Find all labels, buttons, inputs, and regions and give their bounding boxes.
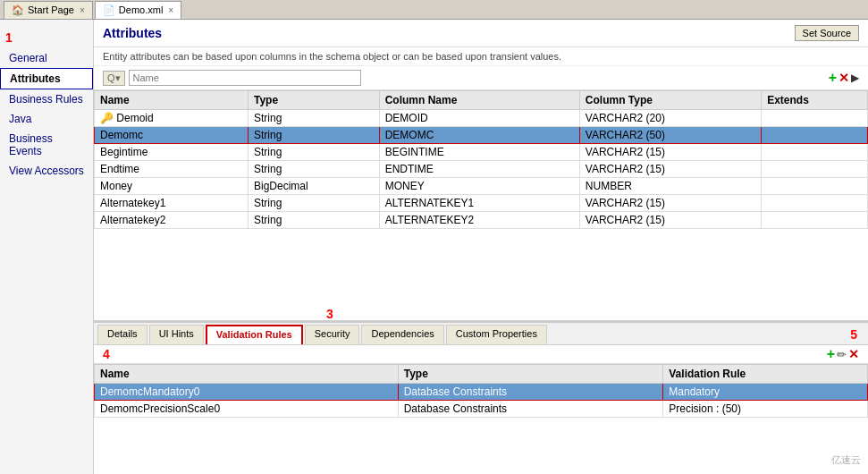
page-title: Attributes (103, 26, 162, 40)
table-toolbar-right: + ✕ ▶ (829, 71, 859, 85)
attributes-table: Name Type Column Name Column Type Extend… (94, 90, 868, 229)
bottom-toolbar: 4 + ✏ ✕ (94, 345, 868, 364)
tab-ui-hints[interactable]: UI Hints (149, 325, 204, 344)
delete-rule-button[interactable]: ✕ (848, 347, 859, 361)
sidebar-item-business-rules[interactable]: Business Rules (0, 89, 93, 109)
table-row[interactable]: Alternatekey1StringALTERNATEKEY1VARCHAR2… (95, 195, 868, 212)
add-rule-button[interactable]: + (827, 347, 835, 361)
search-toolbar: Q▾ + ✕ ▶ (94, 66, 868, 90)
tab-details[interactable]: Details (97, 325, 147, 344)
description: Entity attributes can be based upon colu… (94, 47, 868, 66)
delete-attribute-button[interactable]: ✕ (839, 71, 849, 85)
sidebar-item-view-accessors[interactable]: View Accessors (0, 161, 93, 181)
table-row[interactable]: MoneyBigDecimalMONEYNUMBER (95, 178, 868, 195)
col-column-name: Column Name (379, 91, 579, 110)
tab-start-label: Start Page (28, 4, 74, 15)
content-header: Attributes Set Source (94, 20, 868, 47)
key-icon: 🔑 (100, 112, 114, 124)
tab-demo-label: Demo.xml (119, 4, 164, 15)
validation-table-container: Name Type Validation Rule DemomcMandator… (94, 364, 868, 474)
col-type: Type (248, 91, 379, 110)
tab-validation-rules[interactable]: Validation Rules (206, 325, 303, 344)
table-row[interactable]: DemomcStringDEMOMCVARCHAR2 (50) (95, 127, 868, 144)
search-dropdown-button[interactable]: Q▾ (103, 71, 125, 86)
watermark: 亿速云 (831, 453, 861, 467)
sidebar-item-attributes[interactable]: Attributes (0, 68, 93, 89)
tab-custom-properties[interactable]: Custom Properties (446, 325, 547, 344)
annotation-5: 5 (843, 325, 864, 344)
more-options-button[interactable]: ▶ (851, 72, 859, 84)
tab-bar: 🏠 Start Page × 📄 Demo.xml × (0, 0, 868, 20)
sidebar-item-java[interactable]: Java (0, 109, 93, 129)
sidebar: 1 General Attributes Business Rules Java… (0, 20, 94, 474)
start-page-icon: 🏠 (12, 4, 24, 16)
table-row[interactable]: BegintimeStringBEGINTIMEVARCHAR2 (15) (95, 144, 868, 161)
col-name: Name (95, 91, 249, 110)
main-layout: 1 General Attributes Business Rules Java… (0, 20, 868, 474)
vcol-validation-rule: Validation Rule (663, 365, 868, 384)
annotation-4: 4 (103, 347, 110, 361)
sidebar-item-business-events[interactable]: Business Events (0, 129, 93, 161)
add-attribute-button[interactable]: + (829, 71, 837, 85)
attributes-table-container: Name Type Column Name Column Type Extend… (94, 90, 868, 322)
bottom-section: 3 Details UI Hints Validation Rules Secu… (94, 322, 868, 474)
vcol-name: Name (95, 365, 399, 384)
table-row[interactable]: 🔑 DemoidStringDEMOIDVARCHAR2 (20) (95, 110, 868, 127)
tab-start-close[interactable]: × (80, 5, 85, 15)
annotation-3: 3 (326, 307, 333, 321)
table-row[interactable]: Alternatekey2StringALTERNATEKEY2VARCHAR2… (95, 212, 868, 229)
search-input[interactable] (129, 70, 361, 86)
bottom-toolbar-right: + ✏ ✕ (827, 347, 859, 361)
validation-table: Name Type Validation Rule DemomcMandator… (94, 364, 868, 418)
sidebar-item-general[interactable]: General (0, 48, 93, 68)
col-extends: Extends (762, 91, 868, 110)
col-column-type: Column Type (579, 91, 761, 110)
table-row[interactable]: EndtimeStringENDTIMEVARCHAR2 (15) (95, 161, 868, 178)
set-source-button[interactable]: Set Source (795, 25, 859, 41)
tab-demo-close[interactable]: × (168, 5, 173, 15)
table-row[interactable]: DemomcPrecisionScale0Database Constraint… (95, 401, 868, 418)
annotation-1: 1 (5, 30, 13, 45)
tab-demo-xml[interactable]: 📄 Demo.xml × (95, 1, 181, 19)
tab-start-page[interactable]: 🏠 Start Page × (4, 1, 93, 19)
tab-security[interactable]: Security (305, 325, 360, 344)
bottom-tabs: Details UI Hints Validation Rules Securi… (94, 323, 868, 345)
table-row[interactable]: DemomcMandatory0Database ConstraintsMand… (95, 384, 868, 401)
tab-dependencies[interactable]: Dependencies (361, 325, 443, 344)
content-area: Attributes Set Source Entity attributes … (94, 20, 868, 474)
vcol-type: Type (398, 365, 663, 384)
demo-xml-icon: 📄 (103, 4, 115, 16)
edit-rule-button[interactable]: ✏ (837, 348, 847, 361)
